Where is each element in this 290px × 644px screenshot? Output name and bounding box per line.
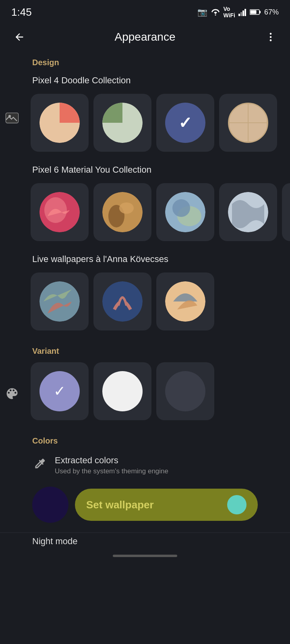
svg-point-7 bbox=[270, 33, 272, 35]
extracted-colors-subtitle: Used by the system's theming engine bbox=[55, 467, 168, 475]
anna-wallpaper-row bbox=[24, 271, 246, 337]
more-options-button[interactable] bbox=[261, 27, 280, 47]
wallpaper-item-partial bbox=[282, 183, 290, 241]
instagram-icon: 📷 bbox=[197, 7, 207, 17]
svg-point-22 bbox=[172, 199, 190, 217]
wallpaper-item[interactable] bbox=[156, 272, 214, 330]
pixel4-collection: Pixel 4 Doodle Collection bbox=[0, 72, 290, 158]
night-mode-section: Night mode bbox=[0, 533, 290, 550]
set-wallpaper-button[interactable]: Set wallpaper bbox=[75, 489, 258, 521]
set-wallpaper-row: Set wallpaper bbox=[0, 480, 290, 529]
svg-point-24 bbox=[39, 281, 80, 322]
wallpaper-item[interactable] bbox=[219, 183, 277, 241]
signal-icon bbox=[238, 8, 246, 16]
wallpaper-item[interactable] bbox=[31, 94, 89, 152]
svg-rect-5 bbox=[259, 11, 261, 13]
variant-section: Variant ✓ bbox=[0, 343, 290, 427]
night-mode-title: Night mode bbox=[32, 536, 78, 546]
status-time: 1:45 bbox=[11, 6, 32, 19]
app-bar: Appearance bbox=[0, 23, 290, 52]
pixel6-collection: Pixel 6 Material You Collection bbox=[0, 161, 290, 248]
battery-percentage: 67% bbox=[264, 8, 279, 17]
anna-title: Live wallpapers à l'Anna Kövecses bbox=[0, 251, 290, 268]
svg-rect-3 bbox=[244, 9, 246, 16]
wallpaper-item[interactable] bbox=[93, 183, 151, 241]
wifi-icon bbox=[211, 8, 220, 16]
wallpaper-item[interactable]: ✓ bbox=[156, 94, 214, 152]
back-button[interactable] bbox=[10, 27, 29, 47]
svg-point-12 bbox=[8, 115, 11, 118]
svg-point-19 bbox=[119, 202, 134, 214]
set-wallpaper-button-label: Set wallpaper bbox=[86, 499, 154, 511]
wallpaper-item[interactable] bbox=[31, 272, 89, 330]
home-indicator-bar bbox=[113, 555, 177, 557]
bottom-nav-indicator bbox=[0, 550, 290, 560]
design-section-label: Design bbox=[0, 55, 290, 70]
colors-section: Colors Extracted colors Used by the syst… bbox=[0, 427, 290, 529]
wallpaper-item[interactable] bbox=[219, 94, 277, 152]
eyedropper-icon bbox=[32, 457, 47, 473]
extracted-colors-row: Extracted colors Used by the system's th… bbox=[0, 450, 290, 480]
variant-item-white[interactable] bbox=[93, 362, 151, 420]
status-icons: 📷 VoWiFi 67% bbox=[197, 6, 279, 19]
wallpaper-item[interactable] bbox=[93, 272, 151, 330]
color-preview-circle bbox=[32, 487, 68, 523]
colors-section-label: Colors bbox=[0, 433, 290, 449]
wallpaper-item[interactable] bbox=[156, 183, 214, 241]
battery-icon bbox=[250, 9, 261, 15]
set-wallpaper-circle-indicator bbox=[227, 495, 246, 514]
pixel6-title: Pixel 6 Material You Collection bbox=[0, 161, 290, 178]
svg-rect-0 bbox=[238, 14, 240, 16]
extracted-colors-title: Extracted colors bbox=[55, 455, 168, 466]
variant-item-light[interactable]: ✓ bbox=[31, 362, 89, 420]
main-content: Design Pixel 4 Doodle Collection bbox=[0, 52, 290, 560]
svg-rect-1 bbox=[240, 12, 242, 16]
wallpaper-item[interactable] bbox=[31, 183, 89, 241]
status-bar: 1:45 📷 VoWiFi 67% bbox=[0, 0, 290, 23]
svg-point-8 bbox=[270, 36, 272, 38]
pixel4-title: Pixel 4 Doodle Collection bbox=[0, 72, 290, 89]
image-picker-icon[interactable] bbox=[0, 111, 24, 125]
page-title: Appearance bbox=[29, 31, 261, 43]
svg-rect-2 bbox=[242, 10, 244, 16]
palette-icon bbox=[0, 386, 24, 401]
svg-point-9 bbox=[270, 39, 272, 41]
pixel4-wallpaper-row: ✓ bbox=[24, 92, 290, 158]
variant-row: ✓ bbox=[24, 361, 246, 427]
variant-section-label: Variant bbox=[0, 343, 290, 359]
design-section: Design Pixel 4 Doodle Collection bbox=[0, 55, 290, 337]
pixel6-wallpaper-row bbox=[24, 182, 290, 248]
svg-rect-6 bbox=[250, 10, 256, 14]
wallpaper-item[interactable] bbox=[93, 94, 151, 152]
vowifi-label: VoWiFi bbox=[224, 6, 235, 19]
variant-item-dark[interactable] bbox=[156, 362, 214, 420]
anna-collection: Live wallpapers à l'Anna Kövecses bbox=[0, 251, 290, 337]
